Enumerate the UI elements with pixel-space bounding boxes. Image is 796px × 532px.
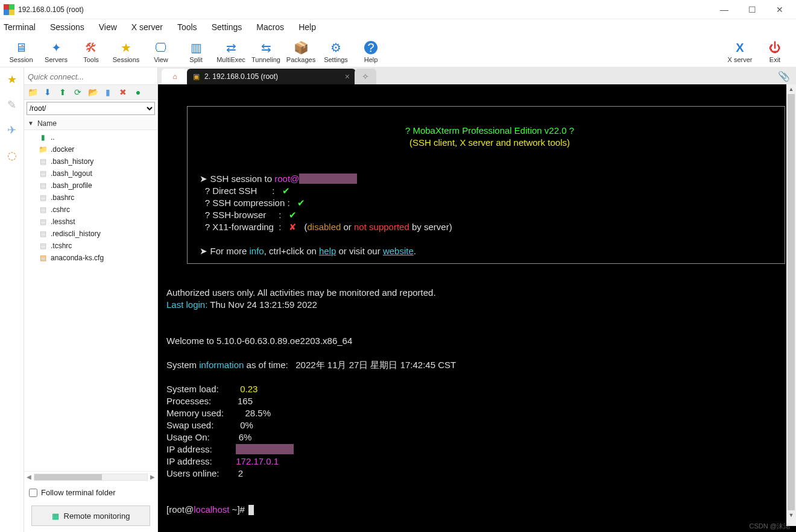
toolbar-packages-label: Packages bbox=[283, 56, 318, 64]
maximize-button[interactable]: ☐ bbox=[738, 0, 766, 19]
menu-help[interactable]: Help bbox=[297, 21, 317, 33]
file-row[interactable]: ▤.bashrc bbox=[28, 192, 157, 204]
session-icon: 🖥 bbox=[4, 39, 39, 56]
more-pre: For more bbox=[210, 246, 250, 256]
file-icon: ▤ bbox=[39, 193, 47, 202]
toolbar-settings[interactable]: ⚙Settings bbox=[318, 39, 353, 64]
menu-settings[interactable]: Settings bbox=[210, 21, 244, 33]
file-row[interactable]: ▤.bash_history bbox=[28, 155, 157, 167]
more-mid: , ctrl+click on bbox=[264, 246, 319, 256]
file-list[interactable]: ▮..📁.docker▤.bash_history▤.bash_logout▤.… bbox=[24, 130, 157, 471]
toolbar-session[interactable]: 🖥Session bbox=[4, 39, 39, 64]
toolbar-split[interactable]: ▥Split bbox=[178, 39, 213, 64]
servers-icon: ✦ bbox=[39, 39, 74, 56]
file-row[interactable]: ▤.lesshst bbox=[28, 216, 157, 228]
sessions-icon[interactable]: ✎ bbox=[4, 96, 21, 113]
file-icon: ▤ bbox=[39, 217, 47, 226]
file-row[interactable]: ▤.bash_logout bbox=[28, 167, 157, 180]
favorites-icon[interactable]: ★ bbox=[4, 71, 21, 88]
ssh-user: root@ bbox=[274, 174, 299, 184]
svg-rect-0 bbox=[4, 4, 9, 10]
tab-new[interactable]: ✧ bbox=[355, 69, 376, 84]
toolbar-xserver-label: X server bbox=[722, 56, 757, 64]
file-icon[interactable]: ▮ bbox=[103, 87, 113, 97]
file-name: .rediscli_history bbox=[51, 230, 101, 238]
menu-macros[interactable]: Macros bbox=[255, 21, 285, 33]
attachment-icon[interactable]: 📎 bbox=[778, 70, 790, 82]
file-row[interactable]: ▮.. bbox=[28, 131, 157, 143]
banner-title: ? MobaXterm Professional Edition v22.0 ? bbox=[405, 125, 574, 136]
toolbar-tools[interactable]: 🛠Tools bbox=[74, 39, 109, 64]
sftp-path-select[interactable]: /root/ bbox=[27, 102, 155, 115]
last-login-label: Last login: bbox=[166, 299, 207, 310]
toolbar-servers[interactable]: ✦Servers bbox=[39, 39, 74, 64]
tools-icon[interactable]: ✈ bbox=[4, 122, 21, 139]
toolbar-xserver[interactable]: XX server bbox=[722, 39, 757, 64]
toolbar-sessions-label: Sessions bbox=[109, 56, 144, 64]
quick-connect[interactable] bbox=[24, 67, 157, 84]
help-link[interactable]: help bbox=[319, 246, 336, 256]
menubar: TerminalSessionsViewX serverToolsSetting… bbox=[0, 19, 796, 35]
toolbar-tunneling[interactable]: ⇆Tunneling bbox=[248, 39, 283, 64]
file-row[interactable]: ▤.tcshrc bbox=[28, 240, 157, 252]
website-link[interactable]: website bbox=[383, 246, 414, 256]
remote-monitoring-button[interactable]: ▦ Remote monitoring bbox=[31, 505, 150, 526]
file-name: .bash_profile bbox=[51, 181, 92, 190]
refresh-icon[interactable]: ⟳ bbox=[73, 87, 83, 97]
exit-icon: ⏻ bbox=[757, 39, 792, 56]
file-icon: ▤ bbox=[39, 230, 47, 238]
macros-icon[interactable]: ◌ bbox=[4, 147, 21, 164]
toolbar-session-label: Session bbox=[4, 56, 39, 64]
toolbar-sessions[interactable]: ★Sessions bbox=[109, 39, 144, 64]
toolbar-settings-label: Settings bbox=[318, 56, 353, 64]
file-list-header[interactable]: ▼Name bbox=[24, 117, 157, 130]
menu-tools[interactable]: Tools bbox=[176, 21, 198, 33]
tab-session[interactable]: ▣ 2. 192.168.0.105 (root) × bbox=[187, 69, 356, 84]
follow-terminal-checkbox[interactable]: Follow terminal folder bbox=[24, 482, 157, 503]
follow-terminal-input[interactable] bbox=[29, 489, 37, 497]
delete-icon[interactable]: ✖ bbox=[118, 87, 128, 97]
menu-sessions[interactable]: Sessions bbox=[49, 21, 86, 33]
file-row[interactable]: 📁.docker bbox=[28, 143, 157, 155]
file-row[interactable]: ▤.cshrc bbox=[28, 204, 157, 216]
folder-plus-icon[interactable]: 📂 bbox=[88, 87, 98, 97]
download-icon[interactable]: ⬇ bbox=[43, 87, 52, 97]
terminal-scrollbar[interactable]: ▲▼ bbox=[786, 84, 796, 526]
upload-icon[interactable]: ⬆ bbox=[58, 87, 68, 97]
prompt-user: [root@ bbox=[166, 504, 194, 515]
file-icon: ▤ bbox=[39, 242, 47, 250]
toolbar-servers-label: Servers bbox=[39, 56, 74, 64]
toolbar-tunneling-label: Tunneling bbox=[248, 56, 283, 64]
toolbar-view[interactable]: 🖵View bbox=[144, 39, 178, 64]
file-hscrollbar[interactable]: ◀▶ bbox=[24, 471, 157, 482]
tab-close-icon[interactable]: × bbox=[345, 72, 350, 81]
view-icon: 🖵 bbox=[144, 39, 178, 56]
app-logo-icon bbox=[4, 4, 14, 15]
toolbar-packages[interactable]: 📦Packages bbox=[283, 39, 318, 64]
minimize-button[interactable]: — bbox=[710, 0, 738, 19]
tab-session-label: 2. 192.168.0.105 (root) bbox=[204, 72, 278, 81]
menu-terminal[interactable]: Terminal bbox=[2, 21, 37, 33]
file-name: .bashrc bbox=[51, 193, 74, 202]
tunneling-icon: ⇆ bbox=[248, 39, 283, 56]
file-row[interactable]: ▤.bash_profile bbox=[28, 180, 157, 192]
tab-home[interactable]: ⌂ bbox=[162, 69, 188, 84]
menu-view[interactable]: View bbox=[98, 21, 118, 33]
toolbar-exit[interactable]: ⏻Exit bbox=[757, 39, 792, 64]
toolbar-multiexec[interactable]: ⇄MultiExec bbox=[213, 39, 248, 64]
quick-connect-input[interactable] bbox=[28, 70, 154, 83]
file-header-name: Name bbox=[37, 119, 57, 128]
hidden-files-icon[interactable]: ● bbox=[133, 87, 143, 97]
file-row[interactable]: ▤.rediscli_history bbox=[28, 228, 157, 240]
new-folder-icon[interactable]: 📁 bbox=[28, 87, 37, 97]
sysinfo-word: information bbox=[199, 360, 244, 370]
more-info: info bbox=[250, 246, 264, 256]
menu-x-server[interactable]: X server bbox=[130, 21, 164, 33]
file-row[interactable]: ▤anaconda-ks.cfg bbox=[28, 252, 157, 264]
toolbar-multiexec-label: MultiExec bbox=[213, 56, 248, 64]
cross-icon: ✘ bbox=[289, 222, 297, 232]
terminal[interactable]: ? MobaXterm Professional Edition v22.0 ?… bbox=[158, 84, 796, 532]
close-button[interactable]: ✕ bbox=[766, 0, 794, 19]
toolbar-help[interactable]: ?Help bbox=[353, 39, 388, 64]
sftp-panel: 📁 ⬇ ⬆ ⟳ 📂 ▮ ✖ ● /root/ ▼Name ▮..📁.docker… bbox=[24, 67, 158, 532]
